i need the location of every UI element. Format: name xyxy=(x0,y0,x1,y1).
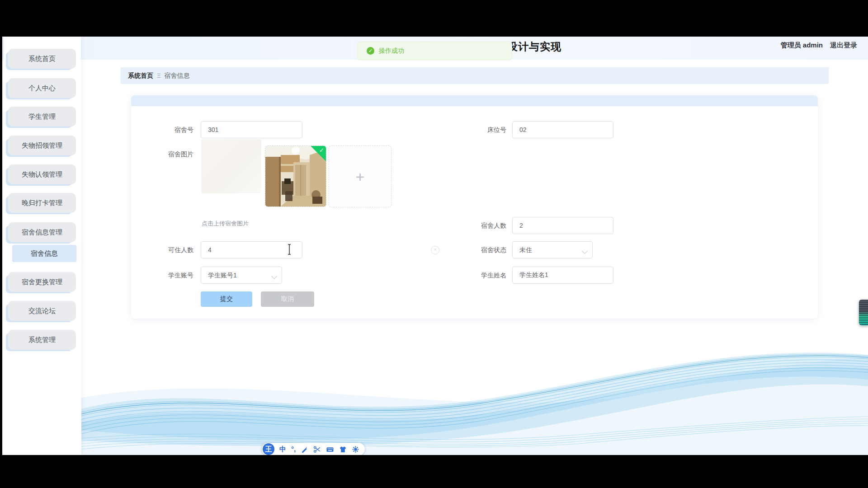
dorm-no-input[interactable] xyxy=(201,121,302,138)
sidebar-item-lost-claim[interactable]: 失物认领管理 xyxy=(8,164,76,184)
cancel-button[interactable]: 取消 xyxy=(261,291,314,307)
student-account-value: 学生账号1 xyxy=(208,272,237,279)
submit-button[interactable]: 提交 xyxy=(201,291,252,307)
skin-shirt-icon[interactable] xyxy=(339,446,347,453)
scissors-icon[interactable] xyxy=(313,446,321,453)
dorm-status-label: 宿舍状态 xyxy=(466,241,506,258)
upload-dropzone[interactable]: + xyxy=(329,145,392,207)
chevron-down-icon xyxy=(582,248,588,254)
wave-decoration xyxy=(81,312,868,455)
keyboard-icon[interactable] xyxy=(326,446,334,453)
logout-link[interactable]: 退出登录 xyxy=(830,41,857,50)
toast-message: 操作成功 xyxy=(379,47,404,55)
upload-success-check-icon: ✓ xyxy=(319,147,324,154)
dorm-info-form-card: 宿舍号 床位号 宿舍图片 xyxy=(131,95,818,319)
card-header-strip xyxy=(131,95,818,106)
sidebar-item-forum[interactable]: 交流论坛 xyxy=(8,301,76,321)
sidebar-item-system-mgmt[interactable]: 系统管理 xyxy=(8,330,76,350)
breadcrumb: 系统首页 Ξ 宿舍信息 xyxy=(121,67,829,84)
chevron-down-icon xyxy=(271,273,277,279)
sidebar-subitem-dorm-info[interactable]: 宿舍信息 xyxy=(12,245,76,262)
sidebar: 系统首页 个人中心 学生管理 失物招领管理 失物认领管理 晚归打卡管理 宿舍信息… xyxy=(4,37,81,455)
text-cursor-icon xyxy=(287,244,292,255)
success-check-icon: ✓ xyxy=(367,47,374,55)
success-toast: ✓ 操作成功 xyxy=(357,42,512,60)
bed-no-input[interactable] xyxy=(512,121,613,138)
ime-logo-icon[interactable]: 王 xyxy=(263,443,274,455)
student-name-label: 学生姓名 xyxy=(466,267,506,284)
letterbox-bottom xyxy=(0,455,868,488)
breadcrumb-home[interactable]: 系统首页 xyxy=(128,72,153,80)
dorm-count-input[interactable] xyxy=(512,217,613,234)
dorm-status-value: 未住 xyxy=(519,246,532,253)
edge-widget-handle[interactable] xyxy=(859,300,868,325)
clear-icon[interactable]: × xyxy=(431,246,439,254)
capacity-label: 可住人数 xyxy=(154,241,193,258)
sidebar-item-lost-found[interactable]: 失物招领管理 xyxy=(8,136,76,155)
sidebar-item-students[interactable]: 学生管理 xyxy=(8,107,76,127)
student-name-input[interactable] xyxy=(512,267,613,284)
sidebar-item-dorm-info-mgmt[interactable]: 宿舍信息管理 xyxy=(8,222,76,242)
student-account-select[interactable]: 学生账号1 xyxy=(201,267,282,284)
sidebar-item-profile[interactable]: 个人中心 xyxy=(8,78,76,98)
settings-gear-icon[interactable] xyxy=(352,446,359,453)
punctuation-toggle-icon[interactable]: °, xyxy=(291,443,296,455)
app-stage: 设计与实现 管理员 admin 退出登录 ✓ 操作成功 系统首页 个人中心 学生… xyxy=(0,37,868,455)
dorm-no-label: 宿舍号 xyxy=(154,121,193,138)
page-title: 设计与实现 xyxy=(507,40,561,54)
header-user-area: 管理员 admin 退出登录 xyxy=(781,41,857,50)
breadcrumb-current: 宿舍信息 xyxy=(164,72,189,80)
dorm-count-label: 宿舍人数 xyxy=(466,217,506,234)
dorm-image-label: 宿舍图片 xyxy=(154,145,193,163)
letterbox-top xyxy=(0,0,868,37)
sidebar-item-dorm-change[interactable]: 宿舍更换管理 xyxy=(8,272,76,292)
ime-toolbar: 王 中 °, xyxy=(262,443,365,455)
admin-username: 管理员 admin xyxy=(781,41,823,50)
language-toggle-icon[interactable]: 中 xyxy=(279,443,286,455)
uploaded-image-ghost xyxy=(201,139,261,193)
student-account-label: 学生账号 xyxy=(154,267,193,284)
plus-icon: + xyxy=(356,169,365,184)
sidebar-item-late-checkin[interactable]: 晚归打卡管理 xyxy=(8,193,76,213)
upload-hint: 点击上传宿舍图片 xyxy=(202,220,249,228)
bed-no-label: 床位号 xyxy=(466,121,506,138)
breadcrumb-separator-icon: Ξ xyxy=(157,72,160,79)
handwriting-pen-icon[interactable] xyxy=(301,446,308,453)
letterbox-left-edge xyxy=(0,0,2,488)
sidebar-item-home[interactable]: 系统首页 xyxy=(8,49,76,69)
dorm-status-select[interactable]: 未住 xyxy=(512,241,593,258)
uploaded-image[interactable]: ✓ xyxy=(265,145,326,207)
